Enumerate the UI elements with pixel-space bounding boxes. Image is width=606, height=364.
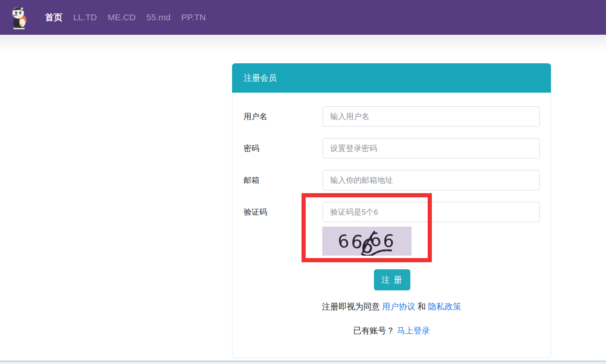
captcha-input[interactable] [323, 202, 540, 222]
window-bottom-edge [0, 361, 606, 364]
username-label: 用户名 [244, 111, 310, 122]
nav-item-pp-tn[interactable]: PP.TN [176, 8, 211, 26]
password-label: 密码 [244, 143, 310, 154]
username-input[interactable] [323, 106, 540, 127]
nav-item-me-cd[interactable]: ME.CD [102, 8, 141, 26]
nav-item-home[interactable]: 首页 [40, 7, 68, 27]
register-card: 注册会员 用户名 密码 邮箱 验证码 6 6 6 6 6 注 册 注册即视为同意… [232, 63, 551, 358]
email-label: 邮箱 [244, 175, 310, 186]
captcha-label: 验证码 [244, 207, 310, 218]
agreement-text: 注册即视为同意 用户协议 和 隐私政策 [232, 301, 551, 312]
agreement-connector: 和 [415, 302, 428, 311]
nav-item-ll-td[interactable]: LL.TD [68, 8, 102, 26]
nav-item-55-md[interactable]: 55.md [141, 8, 176, 26]
privacy-link[interactable]: 隐私政策 [428, 302, 461, 311]
email-input[interactable] [323, 170, 540, 190]
card-title: 注册会员 [232, 63, 551, 93]
mascot-logo-icon[interactable] [10, 5, 29, 30]
register-page: 首页 LL.TD ME.CD 55.md PP.TN 注册会员 用户名 密码 邮… [0, 0, 606, 364]
agreement-prefix: 注册即视为同意 [322, 302, 382, 311]
svg-text:6: 6 [382, 230, 395, 251]
captcha-image[interactable]: 6 6 6 6 6 [322, 227, 412, 256]
nav-links: 首页 LL.TD ME.CD 55.md PP.TN [40, 7, 211, 27]
terms-link[interactable]: 用户协议 [382, 302, 415, 311]
login-prefix: 已有账号？ [353, 326, 397, 335]
login-link[interactable]: 马上登录 [397, 326, 430, 335]
register-button[interactable]: 注 册 [374, 269, 410, 290]
password-input[interactable] [323, 138, 540, 158]
login-text: 已有账号？ 马上登录 [232, 325, 551, 336]
top-navbar: 首页 LL.TD ME.CD 55.md PP.TN [0, 0, 606, 35]
navbar-shadow [0, 35, 606, 51]
